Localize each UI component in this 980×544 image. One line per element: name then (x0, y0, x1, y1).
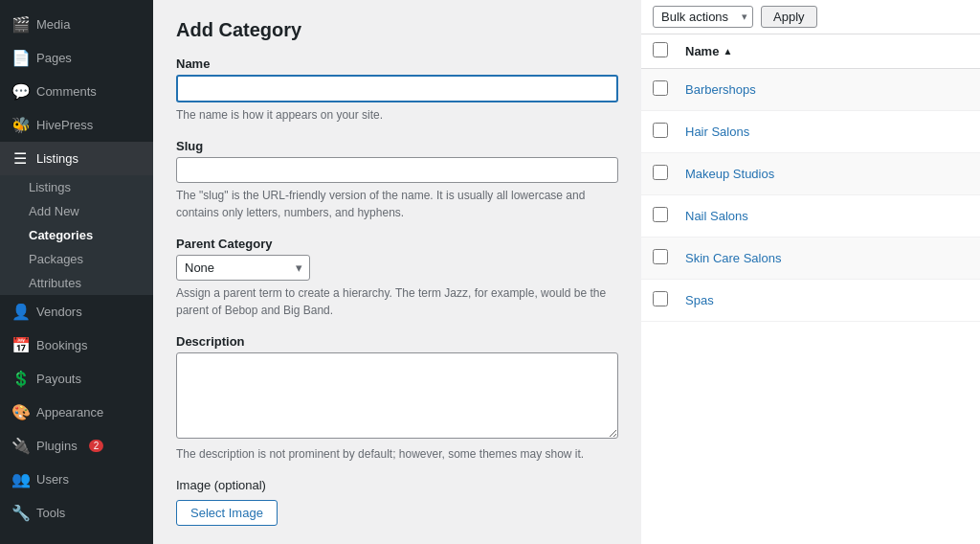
sidebar-item-label: Appearance (36, 405, 103, 419)
appearance-icon: 🎨 (11, 403, 29, 421)
image-field-group: Image (optional) Select Image (176, 478, 618, 526)
sidebar-item-pages[interactable]: 📄 Pages (0, 41, 153, 75)
table-row: Nail Salons (641, 195, 980, 238)
users-icon: 👥 (11, 470, 29, 488)
select-all-checkbox[interactable] (653, 42, 668, 57)
sidebar-sub-listings[interactable]: Listings (0, 175, 153, 199)
media-icon: 🎬 (11, 15, 29, 34)
bulk-select-wrapper: Bulk actions (653, 6, 753, 28)
category-link-spas[interactable]: Spas (685, 293, 714, 307)
sidebar-item-tools[interactable]: 🔧 Tools (0, 496, 153, 530)
description-input[interactable] (176, 352, 618, 439)
sidebar-item-label: Media (36, 17, 70, 32)
sidebar-sub-attributes[interactable]: Attributes (0, 271, 153, 295)
sidebar-item-label: Vendors (36, 305, 82, 319)
main-content: Add Category Name The name is how it app… (153, 0, 980, 544)
list-panel: Bulk actions Apply Name ▲ Barber (641, 0, 980, 544)
plugins-badge: 2 (89, 440, 104, 452)
parent-category-group: Parent Category None ▾ Assign a parent t… (176, 237, 618, 319)
pages-icon: 📄 (11, 49, 29, 67)
row-checkbox-nail-salons[interactable] (653, 207, 668, 222)
name-label: Name (176, 57, 618, 71)
hivepress-icon: 🐝 (11, 116, 29, 134)
tools-icon: 🔧 (11, 504, 29, 522)
sidebar-item-label: Comments (36, 84, 97, 99)
slug-help: The "slug" is the URL-friendly version o… (176, 187, 618, 221)
slug-field-group: Slug The "slug" is the URL-friendly vers… (176, 139, 618, 221)
sidebar-item-label: HivePress (36, 118, 93, 132)
sidebar-item-bookings[interactable]: 📅 Bookings (0, 329, 153, 362)
listings-icon: ☰ (11, 149, 29, 168)
category-link-skin-care-salons[interactable]: Skin Care Salons (685, 251, 781, 265)
name-column-header[interactable]: Name ▲ (685, 44, 732, 58)
table-row: Skin Care Salons (641, 238, 980, 280)
sidebar-item-label: Listings (36, 151, 78, 166)
bulk-actions-select[interactable]: Bulk actions (653, 6, 753, 28)
image-label: Image (optional) (176, 478, 618, 492)
name-input[interactable] (176, 75, 618, 102)
apply-button[interactable]: Apply (761, 6, 817, 28)
description-label: Description (176, 334, 618, 349)
category-list: Barbershops Hair Salons Makeup Studios N… (641, 69, 980, 322)
category-link-nail-salons[interactable]: Nail Salons (685, 209, 748, 223)
sidebar-item-label: Payouts (36, 372, 81, 386)
sidebar-sub-categories[interactable]: Categories (0, 223, 153, 247)
category-link-hair-salons[interactable]: Hair Salons (685, 125, 749, 139)
bulk-actions-bar: Bulk actions Apply (641, 0, 980, 34)
select-image-button[interactable]: Select Image (176, 500, 278, 526)
sidebar: 🎬 Media 📄 Pages 💬 Comments 🐝 HivePress ☰… (0, 0, 153, 544)
table-header: Name ▲ (641, 34, 980, 69)
slug-label: Slug (176, 139, 618, 153)
slug-input[interactable] (176, 157, 618, 183)
sidebar-item-appearance[interactable]: 🎨 Appearance (0, 396, 153, 429)
description-help: The description is not prominent by defa… (176, 445, 618, 463)
category-link-makeup-studios[interactable]: Makeup Studios (685, 167, 774, 181)
table-row: Hair Salons (641, 111, 980, 153)
sidebar-item-comments[interactable]: 💬 Comments (0, 75, 153, 108)
table-row: Spas (641, 280, 980, 322)
row-checkbox-barbershops[interactable] (653, 80, 668, 96)
name-field-group: Name The name is how it appears on your … (176, 57, 618, 124)
sidebar-sub-packages[interactable]: Packages (0, 247, 153, 271)
form-panel: Add Category Name The name is how it app… (153, 0, 641, 544)
page-title: Add Category (176, 19, 618, 41)
sidebar-item-vendors[interactable]: 👤 Vendors (0, 295, 153, 329)
comments-icon: 💬 (11, 82, 29, 101)
sidebar-item-hivepress[interactable]: 🐝 HivePress (0, 108, 153, 142)
row-checkbox-makeup-studios[interactable] (653, 165, 668, 180)
parent-label: Parent Category (176, 237, 618, 251)
sidebar-item-label: Users (36, 472, 69, 487)
sidebar-item-payouts[interactable]: 💲 Payouts (0, 362, 153, 396)
sidebar-sub-add-new[interactable]: Add New (0, 199, 153, 223)
row-checkbox-hair-salons[interactable] (653, 123, 668, 138)
sidebar-item-label: Tools (36, 506, 65, 520)
row-checkbox-skin-care-salons[interactable] (653, 249, 668, 264)
plugins-icon: 🔌 (11, 437, 29, 455)
sidebar-item-plugins[interactable]: 🔌 Plugins 2 (0, 429, 153, 463)
description-field-group: Description The description is not promi… (176, 334, 618, 463)
name-help: The name is how it appears on your site. (176, 106, 618, 124)
vendors-icon: 👤 (11, 303, 29, 321)
row-checkbox-spas[interactable] (653, 291, 668, 306)
sidebar-item-listings[interactable]: ☰ Listings (0, 142, 153, 175)
bookings-icon: 📅 (11, 336, 29, 354)
payouts-icon: 💲 (11, 370, 29, 388)
sidebar-item-label: Pages (36, 51, 72, 65)
sidebar-item-label: Bookings (36, 338, 87, 352)
table-row: Barbershops (641, 69, 980, 111)
table-row: Makeup Studios (641, 153, 980, 195)
category-link-barbershops[interactable]: Barbershops (685, 82, 756, 97)
sidebar-item-label: Plugins (36, 439, 78, 453)
sidebar-item-media[interactable]: 🎬 Media (0, 8, 153, 41)
sort-icon: ▲ (723, 46, 732, 57)
sidebar-item-users[interactable]: 👥 Users (0, 463, 153, 496)
parent-select[interactable]: None (176, 255, 310, 281)
parent-help: Assign a parent term to create a hierarc… (176, 284, 618, 319)
